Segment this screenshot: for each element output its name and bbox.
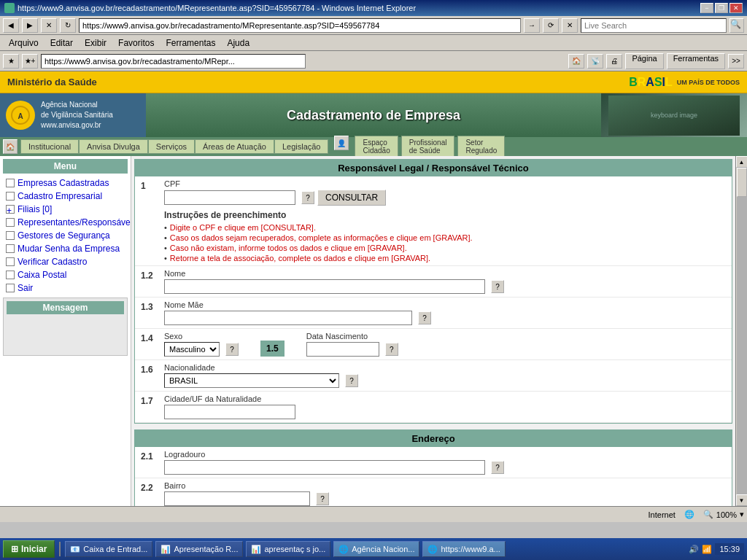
bairro-label: Bairro bbox=[164, 481, 726, 490]
nav-setor-regulado[interactable]: SetorRegulado bbox=[457, 136, 505, 158]
row-num-12: 1.2 bbox=[141, 269, 158, 281]
logradouro-input[interactable] bbox=[164, 460, 485, 475]
nav-home-icon[interactable]: 🏠 bbox=[3, 139, 18, 154]
taskbar-item-1[interactable]: 📊 Apresentação R... bbox=[155, 541, 243, 557]
sidebar-item-sair[interactable]: Sair bbox=[3, 281, 128, 295]
brasil-subtitle: UM PAÍS DE TODOS bbox=[677, 79, 740, 86]
sidebar-item-cadastro[interactable]: Cadastro Empresarial bbox=[3, 190, 128, 203]
search-go-button[interactable]: 🔍 bbox=[729, 18, 744, 33]
nav-servicos[interactable]: Serviços bbox=[148, 139, 195, 154]
add-favorites-icon[interactable]: ★+ bbox=[22, 54, 38, 69]
close-button[interactable]: ✕ bbox=[729, 3, 743, 13]
sidebar-item-caixa-postal[interactable]: Caixa Postal bbox=[3, 268, 128, 281]
refresh-button[interactable]: ↻ bbox=[60, 18, 76, 33]
scroll-down-button[interactable]: ▼ bbox=[736, 494, 748, 506]
zoom-chevron[interactable]: ▾ bbox=[740, 510, 744, 519]
sidebar-item-mudar-senha[interactable]: Mudar Senha da Empresa bbox=[3, 242, 128, 255]
taskbar-item-4[interactable]: 🌐 https://www9.a... bbox=[422, 541, 505, 557]
sidebar-item-representantes[interactable]: Representantes/Responsáveis bbox=[3, 216, 128, 229]
internet-icon: 🌐 bbox=[684, 510, 694, 519]
form-area: Responsável Legal / Responsável Técnico … bbox=[131, 156, 735, 506]
logradouro-label: Logradouro bbox=[164, 450, 726, 459]
data-nascimento-input[interactable] bbox=[306, 342, 379, 357]
section2-header: Endereço bbox=[135, 430, 732, 447]
sidebar-item-verificar[interactable]: Verificar Cadastro bbox=[3, 255, 128, 268]
nome-mae-help-button[interactable]: ? bbox=[418, 311, 431, 324]
nav-areas-atuacao[interactable]: Áreas de Atuação bbox=[195, 139, 274, 154]
taskbar-right: 🔊 📶 15:39 bbox=[689, 543, 744, 555]
header-image: keyboard image bbox=[601, 93, 747, 137]
menu-ajuda[interactable]: Ajuda bbox=[221, 36, 255, 50]
sidebar-item-gestores[interactable]: Gestores de Segurança bbox=[3, 229, 128, 242]
nacionalidade-select[interactable]: BRASIL bbox=[164, 373, 339, 388]
print-icon[interactable]: 🖨 bbox=[606, 54, 622, 69]
scroll-up-button[interactable]: ▲ bbox=[736, 156, 748, 168]
go-button[interactable]: → bbox=[524, 18, 540, 33]
menu-arquivo[interactable]: Arquivo bbox=[3, 36, 44, 50]
restore-button[interactable]: ❐ bbox=[715, 3, 728, 13]
refresh-alt-button[interactable]: ⟳ bbox=[543, 18, 559, 33]
nav-institucional[interactable]: Institucional bbox=[20, 139, 79, 154]
sexo-help-button[interactable]: ? bbox=[225, 343, 239, 356]
stop-alt-button[interactable]: ✕ bbox=[562, 18, 578, 33]
minimize-button[interactable]: − bbox=[700, 3, 713, 13]
nav-cidadao-icon[interactable]: 👤 bbox=[334, 136, 349, 150]
sidebar-checkbox-empresas bbox=[6, 179, 15, 187]
bairro-input[interactable] bbox=[164, 491, 310, 506]
consultar-button[interactable]: CONSULTAR bbox=[317, 190, 386, 206]
sidebar-mensagem: Mensagem bbox=[3, 298, 128, 356]
address-input[interactable] bbox=[79, 18, 521, 33]
favorites-star-icon[interactable]: ★ bbox=[3, 54, 19, 69]
navigation-bar: 🏠 Institucional Anvisa Divulga Serviços … bbox=[0, 137, 747, 156]
favorites-input[interactable] bbox=[41, 54, 306, 69]
data-help-button[interactable]: ? bbox=[385, 343, 398, 356]
sidebar-item-empresas[interactable]: Empresas Cadastradas bbox=[3, 176, 128, 190]
cpf-input[interactable] bbox=[164, 190, 295, 205]
nome-input[interactable] bbox=[164, 279, 485, 294]
search-input[interactable] bbox=[581, 18, 727, 33]
stop-button[interactable]: ✕ bbox=[41, 18, 57, 33]
taskbar-icon-0: 📧 bbox=[70, 545, 80, 554]
svg-text:keyboard image: keyboard image bbox=[651, 112, 697, 119]
nav-legislacao[interactable]: Legislação bbox=[274, 139, 329, 154]
instruction-3: • Caso não existam, informe todos os dad… bbox=[164, 244, 726, 252]
forward-button[interactable]: ▶ bbox=[22, 18, 38, 33]
nav-profissional-saude[interactable]: Profissionalde Saúde bbox=[401, 136, 455, 158]
taskbar-item-0[interactable]: 📧 Caixa de Entrad... bbox=[65, 541, 152, 557]
taskbar-item-2[interactable]: 📊 apresentaç s jo... bbox=[246, 541, 330, 557]
favorites-bar: ★ ★+ 🏠 📡 🖨 Página Ferramentas >> bbox=[0, 51, 747, 71]
row-num-1: 1 bbox=[141, 179, 158, 191]
logradouro-help-button[interactable]: ? bbox=[491, 461, 504, 474]
tools-button[interactable]: Ferramentas bbox=[667, 53, 725, 69]
nav-espaco-cidadao[interactable]: EspaçoCidadão bbox=[355, 136, 398, 158]
sidebar: Menu Empresas Cadastradas Cadastro Empre… bbox=[0, 156, 131, 506]
page-button[interactable]: Página bbox=[625, 53, 663, 69]
more-icon[interactable]: >> bbox=[728, 54, 744, 69]
scroll-track[interactable] bbox=[737, 168, 747, 494]
nav-anvisa-divulga[interactable]: Anvisa Divulga bbox=[79, 139, 148, 154]
form-row-sexo-data: 1.4 Sexo Masculino Feminino bbox=[135, 329, 732, 360]
nacionalidade-label: Nacionalidade bbox=[164, 363, 726, 372]
bairro-help-button[interactable]: ? bbox=[316, 492, 329, 505]
form-row-cpf: 1 CPF ? CONSULTAR bbox=[135, 176, 732, 266]
nome-help-button[interactable]: ? bbox=[491, 280, 504, 293]
rss-icon[interactable]: 📡 bbox=[587, 54, 603, 69]
back-button[interactable]: ◀ bbox=[3, 18, 19, 33]
taskbar-item-3[interactable]: 🌐 Agência Nacion... bbox=[333, 541, 419, 557]
section-responsavel: Responsável Legal / Responsável Técnico … bbox=[134, 159, 732, 424]
cpf-help-button[interactable]: ? bbox=[301, 191, 314, 204]
sidebar-item-filiais[interactable]: + Filiais [0] bbox=[3, 203, 128, 216]
start-button[interactable]: ⊞ Iniciar bbox=[3, 540, 55, 558]
home-icon[interactable]: 🏠 bbox=[568, 54, 584, 69]
menu-editar[interactable]: Editar bbox=[44, 36, 79, 50]
menu-exibir[interactable]: Exibir bbox=[79, 36, 112, 50]
cidade-input[interactable] bbox=[164, 405, 295, 419]
menu-favoritos[interactable]: Favoritos bbox=[112, 36, 160, 50]
sidebar-checkbox-verificar bbox=[6, 257, 15, 266]
menu-ferramentas[interactable]: Ferramentas bbox=[160, 36, 221, 50]
main-content: Menu Empresas Cadastradas Cadastro Empre… bbox=[0, 156, 747, 506]
nacionalidade-help-button[interactable]: ? bbox=[345, 374, 358, 387]
nome-mae-input[interactable] bbox=[164, 311, 412, 325]
scroll-thumb[interactable] bbox=[737, 168, 747, 197]
sexo-select[interactable]: Masculino Feminino bbox=[164, 342, 220, 357]
